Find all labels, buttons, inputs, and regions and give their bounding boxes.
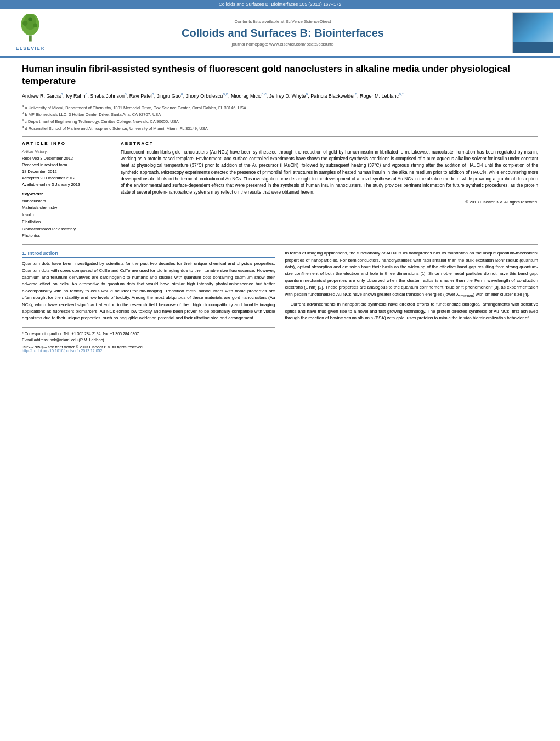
keyword-5: Biomacromolecular assembly [22, 226, 110, 233]
doi-line: http://dx.doi.org/10.1016/j.colsurfb.201… [22, 349, 275, 353]
svg-point-5 [28, 18, 32, 21]
article-info-heading: ARTICLE INFO [22, 141, 110, 146]
received-date: Received 3 December 2012 [22, 155, 110, 162]
keywords-list: Nanoclusters Materials chemistry Insulin… [22, 198, 110, 240]
journal-header: ELSEVIER Contents lists available at Sci… [0, 9, 560, 58]
section-divider [22, 244, 538, 245]
main-content: Human insulin fibril-assisted synthesis … [0, 58, 560, 358]
section1-right-text: In terms of imaging applications, the fu… [285, 250, 539, 321]
keywords-section: Keywords: Nanoclusters Materials chemist… [22, 191, 110, 240]
keyword-2: Materials chemistry [22, 205, 110, 212]
footnote-corresponding: * Corresponding author. Tel.: +1 305 284… [22, 331, 275, 337]
abstract-heading: ABSTRACT [121, 141, 538, 146]
keywords-label: Keywords: [22, 191, 110, 196]
svg-rect-0 [29, 36, 32, 42]
sciverse-line: Contents lists available at SciVerse Sci… [234, 19, 331, 24]
footnote-area: * Corresponding author. Tel.: +1 305 284… [22, 327, 275, 343]
keyword-3: Insulin [22, 212, 110, 219]
elsevier-logo: ELSEVIER [5, 12, 55, 53]
keyword-4: Fibrillation [22, 219, 110, 226]
elsevier-tree-icon [14, 14, 47, 44]
article-dates: Received 3 December 2012 Received in rev… [22, 155, 110, 188]
svg-point-3 [22, 21, 27, 26]
received-revised-label: Received in revised form [22, 162, 110, 168]
journal-center: Contents lists available at SciVerse Sci… [60, 12, 505, 53]
page: Colloids and Surfaces B: Biointerfaces 1… [0, 0, 560, 741]
keyword-1: Nanoclusters [22, 198, 110, 205]
journal-citation-bar: Colloids and Surfaces B: Biointerfaces 1… [0, 0, 560, 9]
affiliations: a a University of Miami, Department of C… [22, 104, 538, 132]
section1-right-para1: In terms of imaging applications, the fu… [285, 250, 539, 298]
body-content: 1. Introduction Quantum dots have been i… [22, 250, 538, 353]
footnote-email: E-mail address: rmk@miami.edu (R.M. Lebl… [22, 337, 275, 343]
copyright: © 2013 Elsevier B.V. All rights reserved… [121, 200, 538, 205]
accepted-date: Accepted 20 December 2012 [22, 175, 110, 182]
keyword-6: Photonics [22, 233, 110, 240]
elsevier-label: ELSEVIER [16, 46, 45, 51]
section1-heading: 1. Introduction [22, 250, 275, 258]
journal-title: Colloids and Surfaces B: Biointerfaces [182, 26, 384, 39]
section1-right-para2: Current advancements in nanoparticle syn… [285, 301, 539, 321]
citation-text: Colloids and Surfaces B: Biointerfaces 1… [219, 2, 342, 7]
body-right-col: In terms of imaging applications, the fu… [285, 250, 539, 353]
svg-point-4 [33, 24, 37, 27]
article-history-label: Article history: [22, 149, 110, 154]
article-info-abstract-section: ARTICLE INFO Article history: Received 3… [22, 141, 538, 240]
revised-date: 18 December 2012 [22, 168, 110, 175]
article-title: Human insulin fibril-assisted synthesis … [22, 63, 538, 87]
section1-text: Quantum dots have been investigated by s… [22, 261, 275, 322]
authors-line: Andrew R. Garciaa, Ivy Rahna, Sheba John… [22, 92, 538, 100]
journal-thumbnail [511, 12, 555, 53]
header-divider [22, 136, 538, 137]
abstract-col: ABSTRACT Fluorescent insulin fibrils gol… [121, 141, 538, 240]
abstract-text: Fluorescent insulin fibrils gold nanoclu… [121, 149, 538, 196]
article-info-col: ARTICLE INFO Article history: Received 3… [22, 141, 110, 240]
available-date: Available online 5 January 2013 [22, 182, 110, 188]
issn-line: 0927-7765/$ – see front matter © 2013 El… [22, 345, 275, 349]
journal-cover-image [512, 12, 553, 53]
section1-para1: Quantum dots have been investigated by s… [22, 261, 275, 322]
body-left-col: 1. Introduction Quantum dots have been i… [22, 250, 275, 353]
homepage-line: journal homepage: www.elsevier.com/locat… [232, 42, 334, 47]
